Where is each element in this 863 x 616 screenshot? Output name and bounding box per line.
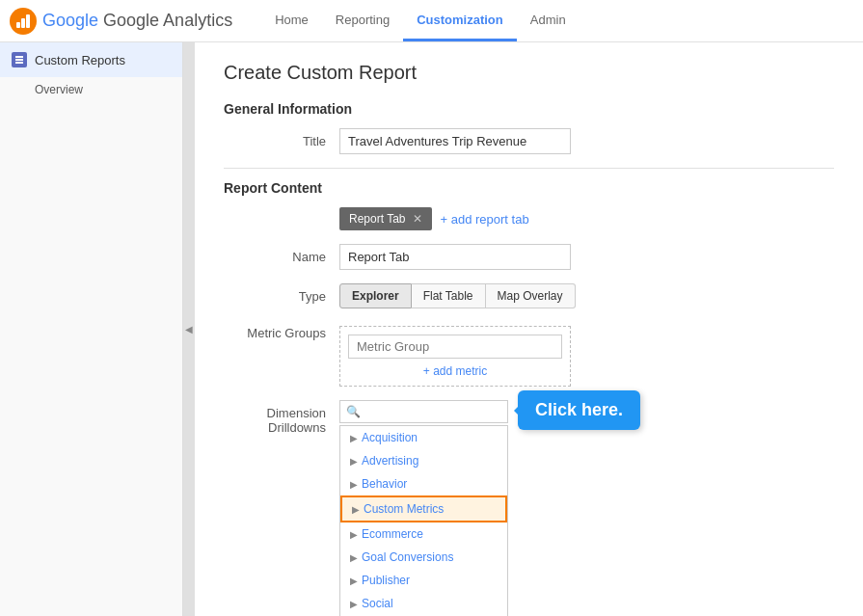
dropdown-search-input[interactable] [339,400,508,423]
dropdown-container: ▶ Acquisition ▶ Advertising ▶ Behavior [339,400,508,616]
type-map-overlay-button[interactable]: Map Overlay [486,283,576,308]
metric-groups-label: Metric Groups [224,326,339,340]
dropdown-item-label: Behavior [362,477,407,491]
dropdown-item-behavior[interactable]: ▶ Behavior [340,472,507,495]
triangle-icon: ▶ [350,529,358,540]
report-content-label: Report Content [224,180,834,196]
dropdown-item-goal-conversions[interactable]: ▶ Goal Conversions [340,546,507,569]
svg-rect-5 [15,62,23,64]
dropdown-item-custom-metrics[interactable]: ▶ Custom Metrics [340,495,507,522]
dropdown-item-social[interactable]: ▶ Social [340,592,507,615]
type-explorer-button[interactable]: Explorer [339,283,412,308]
sidebar-custom-reports-label: Custom Reports [35,53,125,67]
add-report-tab-link[interactable]: + add report tab [440,212,528,227]
type-buttons-group: Explorer Flat Table Map Overlay [339,283,576,308]
dropdown-item-label: Publisher [362,574,410,587]
dropdown-item-label: Advertising [362,454,418,468]
sidebar-item-overview[interactable]: Overview [0,77,182,102]
triangle-icon: ▶ [352,504,360,515]
triangle-icon: ▶ [350,479,358,490]
app-title: Google Google Analytics [42,11,232,31]
dropdown-item-publisher[interactable]: ▶ Publisher [340,569,507,592]
title-label: Title [224,134,339,148]
type-label: Type [224,289,339,304]
dropdown-item-ecommerce[interactable]: ▶ Ecommerce [340,522,507,546]
svg-rect-1 [21,18,25,28]
sidebar-toggle[interactable]: ◀ [183,42,195,616]
triangle-icon: ▶ [350,456,358,467]
dropdown-item-label: Social [362,597,393,610]
dropdown-item-label: Ecommerce [362,527,423,541]
dropdown-item-label: Acquisition [362,431,418,444]
page-title: Create Custom Report [224,62,834,84]
nav-customization[interactable]: Customization [403,1,517,41]
tab-close-icon[interactable]: ✕ [413,212,422,226]
triangle-icon: ▶ [350,433,358,443]
triangle-icon: ▶ [350,576,358,586]
svg-rect-2 [26,14,30,28]
main-nav: Home Reporting Customization Admin [261,1,579,41]
name-row: Name [224,244,834,270]
triangle-icon: ▶ [350,552,358,563]
google-analytics-icon [10,8,37,35]
metric-group-box: + add metric [339,326,571,387]
main-content: Create Custom Report General Information… [195,42,863,616]
dropdown-wrapper: ▶ Acquisition ▶ Advertising ▶ Behavior [339,400,508,616]
report-tab-label: Report Tab [349,212,405,226]
dropdown-list: ▶ Acquisition ▶ Advertising ▶ Behavior [339,425,508,616]
svg-rect-0 [16,22,20,28]
type-flat-table-button[interactable]: Flat Table [412,283,486,308]
report-tab-button[interactable]: Report Tab ✕ [339,207,432,230]
add-metric-link[interactable]: + add metric [348,364,562,378]
type-row: Type Explorer Flat Table Map Overlay [224,283,834,308]
tab-row: Report Tab ✕ + add report tab [339,207,834,230]
general-info-label: General Information [224,101,834,117]
nav-admin[interactable]: Admin [517,1,580,41]
analytics-text: Google Analytics [103,11,232,30]
name-input[interactable] [339,244,571,270]
dimension-drilldowns-row: Dimension Drilldowns ▶ Acquisition ▶ Adv… [224,400,834,616]
dropdown-item-advertising[interactable]: ▶ Advertising [340,449,507,472]
dropdown-item-label: Goal Conversions [362,550,453,564]
nav-reporting[interactable]: Reporting [322,1,403,41]
divider-1 [224,168,834,169]
layout: Custom Reports Overview ◀ Create Custom … [0,42,863,616]
google-text: Google [42,11,98,30]
sidebar-item-custom-reports[interactable]: Custom Reports [0,42,182,77]
dropdown-item-acquisition[interactable]: ▶ Acquisition [340,426,507,449]
logo-area: Google Google Analytics [10,8,232,35]
sidebar: Custom Reports Overview [0,42,183,616]
svg-rect-4 [15,59,23,61]
title-row: Title [224,128,834,154]
tooltip-bubble: Click here. [518,390,640,430]
name-label: Name [224,250,339,264]
nav-home[interactable]: Home [261,1,322,41]
top-navigation: Google Google Analytics Home Reporting C… [0,0,863,42]
metric-group-input[interactable] [348,335,562,359]
metric-groups-row: Metric Groups + add metric [224,322,834,387]
triangle-icon: ▶ [350,599,358,609]
dropdown-item-label: Custom Metrics [364,502,444,516]
svg-rect-3 [15,56,23,58]
custom-reports-icon [12,52,27,67]
dimension-drilldowns-label: Dimension Drilldowns [224,400,339,435]
title-input[interactable] [339,128,571,154]
